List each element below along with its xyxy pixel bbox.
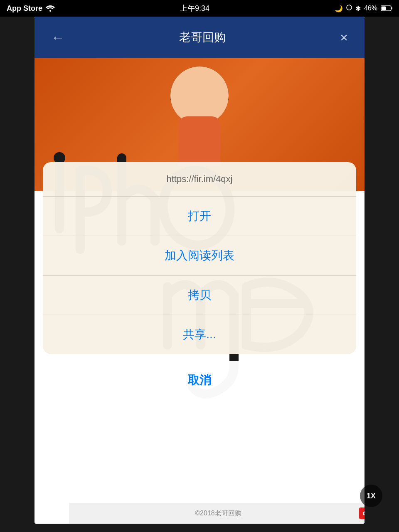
zoom-badge[interactable]: 1X	[360, 485, 382, 507]
action-copy[interactable]: 拷贝	[43, 276, 356, 315]
char-head	[170, 66, 229, 125]
action-reading-list[interactable]: 加入阅读列表	[43, 236, 356, 276]
status-right: 🌙 ✱ 46%	[335, 5, 392, 12]
carrier-label: App Store	[7, 4, 42, 13]
location-icon	[346, 5, 352, 12]
status-time: 上午9:34	[180, 3, 209, 13]
cancel-button[interactable]: 取消	[43, 361, 356, 400]
logo-area: ✿ 卡农社	[359, 507, 365, 519]
back-button[interactable]: ←	[51, 30, 64, 45]
nav-bar: ← 老哥回购 ×	[34, 17, 365, 58]
svg-rect-4	[392, 7, 393, 10]
svg-point-0	[49, 10, 51, 12]
app-container: ← 老哥回购 × https://fir.im/4qxj 打开 加入阅读列表 拷…	[34, 17, 365, 524]
action-url: https://fir.im/4qxj	[43, 162, 356, 197]
copyright-text: ©2018老哥回购	[77, 509, 359, 518]
action-open[interactable]: 打开	[43, 197, 356, 236]
close-button[interactable]: ×	[340, 30, 348, 45]
action-sheet: https://fir.im/4qxj 打开 加入阅读列表 拷贝 共享... 取…	[34, 162, 365, 400]
wifi-icon	[46, 5, 55, 12]
battery-label: 46%	[364, 5, 377, 12]
action-sheet-main: https://fir.im/4qxj 打开 加入阅读列表 拷贝 共享...	[43, 162, 356, 354]
action-share[interactable]: 共享...	[43, 315, 356, 354]
bottom-bar: ©2018老哥回购 ✿ 卡农社	[69, 503, 365, 524]
svg-rect-5	[382, 7, 386, 10]
battery-icon	[381, 5, 392, 11]
char-body	[179, 116, 220, 166]
logo-icon: ✿	[359, 507, 365, 519]
nav-title: 老哥回购	[179, 30, 226, 45]
status-left: App Store	[7, 4, 55, 13]
bluetooth-icon: ✱	[355, 5, 361, 12]
moon-icon: 🌙	[335, 5, 343, 12]
status-bar: App Store 上午9:34 🌙 ✱ 46%	[0, 0, 399, 17]
action-sheet-cancel: 取消	[43, 361, 356, 400]
svg-point-1	[347, 5, 352, 10]
